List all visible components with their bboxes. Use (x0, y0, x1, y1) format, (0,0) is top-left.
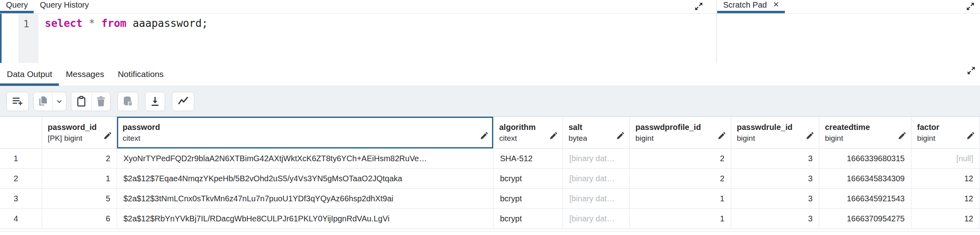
results-tabbar: Data Output Messages Notifications (0, 63, 980, 86)
column-name: createdtime (825, 123, 870, 132)
column-name: password (123, 123, 160, 132)
cell-factor[interactable]: 12 (911, 189, 980, 209)
scratch-pad-expand-icon[interactable] (966, 2, 975, 11)
copy-options-button[interactable] (52, 92, 67, 111)
cell-createdtime[interactable]: 1666345834309 (819, 169, 911, 189)
cell-password_id[interactable]: 6 (42, 209, 117, 229)
row-number-cell[interactable]: 3 (0, 189, 42, 209)
cell-algorithm[interactable]: bcrypt (494, 169, 563, 189)
cell-salt[interactable]: [binary dat… (563, 189, 630, 209)
sql-token-plain: aaapassword; (127, 17, 208, 29)
save-data-icon (122, 95, 134, 107)
save-results-to-file-button[interactable] (145, 92, 165, 111)
column-type: bigint (917, 134, 940, 143)
cell-createdtime[interactable]: 1666370954275 (819, 209, 911, 229)
cell-passwdrule_id[interactable]: 3 (731, 209, 819, 229)
tab-data-output-label: Data Output (7, 69, 52, 79)
graph-visualiser-button[interactable] (172, 92, 194, 111)
cell-password[interactable]: XyoNrTYPedFQD2r9blaA2N6XTBimG42AXtjWktXc… (117, 149, 494, 169)
cell-salt[interactable]: [binary dat… (563, 149, 630, 169)
paste-delete-group (71, 92, 111, 111)
cell-password_id[interactable]: 2 (42, 149, 117, 169)
download-icon (149, 95, 161, 107)
cell-password[interactable]: $2a$12$3tNmLCnx0sTkvMn6z47nLu7n7puoU1YDf… (117, 189, 494, 209)
copy-button[interactable] (33, 92, 52, 111)
cell-salt[interactable]: [binary dat… (563, 169, 630, 189)
cell-factor[interactable]: 12 (911, 169, 980, 189)
cell-passwdrule_id[interactable]: 3 (731, 169, 819, 189)
paste-icon (75, 95, 87, 107)
table-row: 35$2a$12$3tNmLCnx0sTkvMn6z47nLu7n7puoU1Y… (0, 189, 980, 209)
edit-pencil-icon (717, 132, 726, 142)
sql-code-line: select * from aaapassword; (45, 17, 208, 29)
column-name: salt (569, 123, 587, 132)
tab-query[interactable]: Query (0, 0, 34, 13)
cell-passwdprofile_id[interactable]: 1 (630, 189, 731, 209)
cell-algorithm[interactable]: bcrypt (494, 209, 563, 229)
add-row-button[interactable] (6, 92, 29, 111)
cell-algorithm[interactable]: SHA-512 (494, 149, 563, 169)
cell-password_id[interactable]: 5 (42, 189, 117, 209)
cell-passwdrule_id[interactable]: 3 (731, 189, 819, 209)
cell-password[interactable]: $2a$12$RbYnYVkBj7IL/RDacgWbHe8CULPJr61PK… (117, 209, 494, 229)
column-type: citext (499, 134, 536, 143)
trash-icon (95, 95, 107, 107)
column-header-factor[interactable]: factorbigint (911, 117, 980, 149)
column-header-algorithm[interactable]: algorithmcitext (494, 117, 563, 149)
scratch-pad-close-icon[interactable]: × (773, 0, 779, 9)
cell-password_id[interactable]: 1 (42, 169, 117, 189)
column-header-passwdrule_id[interactable]: passwdrule_idbigint (731, 117, 819, 149)
row-number-cell[interactable]: 4 (0, 209, 42, 229)
column-header-passwdprofile_id[interactable]: passwdprofile_idbigint (630, 117, 731, 149)
save-data-changes-button[interactable] (117, 92, 138, 111)
cell-salt[interactable]: [binary dat… (563, 209, 630, 229)
cell-algorithm[interactable]: bcrypt (494, 189, 563, 209)
tab-messages[interactable]: Messages (59, 63, 111, 86)
column-header-salt[interactable]: saltbytea (563, 117, 630, 149)
scratch-pad-body[interactable] (717, 14, 980, 63)
edit-pencil-icon (616, 132, 625, 142)
grid-bottom-border (0, 231, 980, 232)
paste-button[interactable] (71, 92, 92, 111)
table-row: 46$2a$12$RbYnYVkBj7IL/RDacgWbHe8CULPJr61… (0, 209, 980, 229)
query-panel: Query Query History 1 select * from aaap… (0, 0, 716, 63)
delete-row-button[interactable] (91, 92, 111, 111)
cell-passwdprofile_id[interactable]: 1 (630, 209, 731, 229)
query-tool-top-section: Query Query History 1 select * from aaap… (0, 0, 980, 63)
cell-passwdprofile_id[interactable]: 2 (630, 169, 731, 189)
tab-query-history[interactable]: Query History (34, 0, 95, 13)
row-number-cell[interactable]: 1 (0, 149, 42, 169)
row-number-cell[interactable]: 2 (0, 169, 42, 189)
edit-pencil-icon (480, 132, 488, 142)
results-expand-icon[interactable] (966, 66, 976, 75)
table-row: 12XyoNrTYPedFQD2r9blaA2N6XTBimG42AXtjWkt… (0, 149, 980, 169)
results-toolbar (0, 86, 980, 116)
column-type: bytea (569, 134, 587, 143)
column-name: password_id (48, 123, 97, 132)
cell-password[interactable]: $2a$12$7Eqae4NmqzYKpeHb/5B2vOhd2uS5/y4Vs… (117, 169, 494, 189)
column-name: passwdprofile_id (635, 123, 701, 132)
cell-factor[interactable]: [null] (911, 149, 980, 169)
cell-passwdprofile_id[interactable]: 2 (630, 149, 731, 169)
tab-messages-label: Messages (66, 69, 104, 79)
tab-data-output[interactable]: Data Output (0, 63, 59, 86)
column-type: bigint (737, 134, 792, 143)
tab-notifications-label: Notifications (118, 69, 163, 79)
edit-pencil-icon (897, 132, 906, 142)
cell-factor[interactable]: 12 (911, 209, 980, 229)
column-name: algorithm (499, 123, 536, 132)
query-expand-icon[interactable] (694, 2, 704, 11)
column-header-password_id[interactable]: password_id[PK] bigint (42, 117, 117, 149)
column-header-createdtime[interactable]: createdtimebigint (819, 117, 911, 149)
edit-pencil-icon (549, 132, 558, 142)
cell-passwdrule_id[interactable]: 3 (731, 149, 819, 169)
sql-token-operator: * (89, 17, 95, 29)
sql-editor[interactable]: 1 select * from aaapassword; (0, 14, 716, 63)
table-row: 21$2a$12$7Eqae4NmqzYKpeHb/5B2vOhd2uS5/y4… (0, 169, 980, 189)
tab-notifications[interactable]: Notifications (111, 63, 170, 86)
cell-createdtime[interactable]: 1666339680315 (819, 149, 911, 169)
tab-scratch-pad[interactable]: Scratch Pad × (717, 0, 785, 13)
cell-createdtime[interactable]: 1666345921543 (819, 189, 911, 209)
column-header-password[interactable]: passwordcitext (117, 117, 494, 149)
grid-corner-cell[interactable] (0, 117, 42, 149)
